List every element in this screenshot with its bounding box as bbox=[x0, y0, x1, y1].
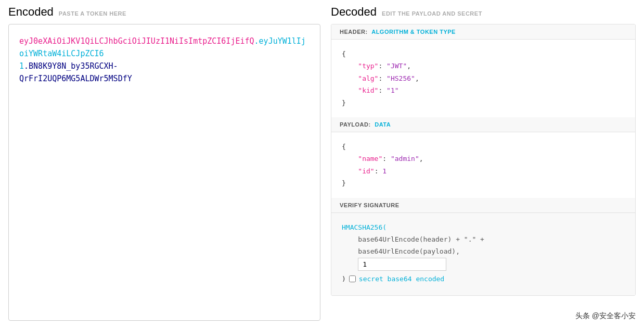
header-sublabel: ALGORITHM & TOKEN TYPE bbox=[371, 29, 456, 35]
token-dot2: . bbox=[24, 61, 29, 71]
encoded-panel: Encoded PASTE A TOKEN HERE eyJ0eXAiOiJKV… bbox=[8, 5, 320, 321]
encoded-title: Encoded bbox=[8, 5, 54, 19]
decoded-title-row: Decoded EDIT THE PAYLOAD AND SECRET bbox=[331, 5, 636, 19]
decoded-title: Decoded bbox=[331, 5, 377, 19]
verify-fn-name: HMACSHA256( bbox=[342, 223, 387, 231]
payload-label: PAYLOAD: bbox=[340, 121, 371, 128]
header-kid-val: "1" bbox=[387, 86, 398, 94]
watermark: 头条 @安全客小安 bbox=[575, 311, 636, 321]
base64-checkbox[interactable] bbox=[349, 275, 356, 282]
header-section: HEADER: ALGORITHM & TOKEN TYPE { "typ": … bbox=[331, 24, 635, 118]
decoded-subtitle: EDIT THE PAYLOAD AND SECRET bbox=[382, 10, 482, 17]
token-dot1: . bbox=[254, 36, 259, 46]
verify-close-paren: ) bbox=[342, 273, 346, 285]
encoded-box[interactable]: eyJ0eXAiOiJKV1QiLCJhbGciOiJIUzI1NiIsImtp… bbox=[8, 24, 320, 321]
header-typ-val: "JWT" bbox=[387, 62, 407, 70]
payload-sublabel: DATA bbox=[375, 121, 391, 128]
payload-body[interactable]: { "name": "admin", "id": 1 } bbox=[331, 132, 635, 198]
payload-id-key: "id" bbox=[358, 167, 374, 175]
verify-section: VERIFY SIGNATURE HMACSHA256( base64UrlEn… bbox=[331, 198, 635, 296]
token-part3: BN8K9Y8N_by35RGCXH-QrFrI2UQP6MG5ALDWr5MS… bbox=[19, 61, 132, 83]
payload-colon2: : bbox=[375, 167, 383, 175]
encoded-subtitle: PASTE A TOKEN HERE bbox=[59, 10, 126, 17]
header-close-brace: } bbox=[342, 99, 346, 107]
header-kid-key: "kid" bbox=[358, 86, 378, 94]
verify-footer: ) secret base64 encoded bbox=[342, 271, 625, 287]
secret-input[interactable] bbox=[358, 258, 446, 271]
header-typ-key: "typ" bbox=[358, 62, 378, 70]
secret-base64-link[interactable]: secret base64 encoded bbox=[359, 273, 444, 285]
payload-open-brace: { bbox=[342, 143, 346, 151]
header-comma2: , bbox=[415, 74, 419, 82]
header-comma1: , bbox=[407, 62, 411, 70]
token-part1b: pZCI6IjEifQ bbox=[202, 36, 254, 46]
header-alg-val: "HS256" bbox=[387, 74, 415, 82]
header-label: HEADER: bbox=[340, 29, 368, 35]
verify-section-title: VERIFY SIGNATURE bbox=[331, 198, 635, 213]
payload-colon1: : bbox=[382, 155, 391, 162]
payload-comma1: , bbox=[419, 155, 423, 162]
encoded-title-row: Encoded PASTE A TOKEN HERE bbox=[8, 5, 320, 19]
payload-name-val: "admin" bbox=[391, 155, 419, 162]
verify-line2: base64UrlEncode(payload), bbox=[358, 247, 460, 255]
header-open-brace: { bbox=[342, 50, 346, 58]
payload-section-title: PAYLOAD: DATA bbox=[331, 117, 635, 132]
payload-id-val: 1 bbox=[382, 167, 387, 175]
header-colon1: : bbox=[378, 62, 387, 70]
decoded-panel: Decoded EDIT THE PAYLOAD AND SECRET HEAD… bbox=[331, 5, 636, 321]
header-colon2: : bbox=[378, 74, 387, 82]
decoded-sections: HEADER: ALGORITHM & TOKEN TYPE { "typ": … bbox=[331, 24, 636, 296]
header-body[interactable]: { "typ": "JWT", "alg": "HS256", "kid": "… bbox=[331, 40, 635, 117]
verify-label: VERIFY SIGNATURE bbox=[340, 202, 400, 208]
token-part1: eyJ0eXAiOiJKV1QiLCJhbGciOiJIUzI1NiIsImt bbox=[19, 36, 202, 46]
header-colon3: : bbox=[378, 86, 387, 94]
payload-name-key: "name" bbox=[358, 155, 382, 162]
header-alg-key: "alg" bbox=[358, 74, 378, 82]
payload-close-brace: } bbox=[342, 179, 346, 187]
header-section-title: HEADER: ALGORITHM & TOKEN TYPE bbox=[331, 24, 635, 40]
verify-line1: base64UrlEncode(header) + "." + bbox=[358, 235, 484, 243]
verify-body: HMACSHA256( base64UrlEncode(header) + ".… bbox=[331, 213, 635, 296]
payload-section: PAYLOAD: DATA { "name": "admin", "id": 1… bbox=[331, 117, 635, 198]
